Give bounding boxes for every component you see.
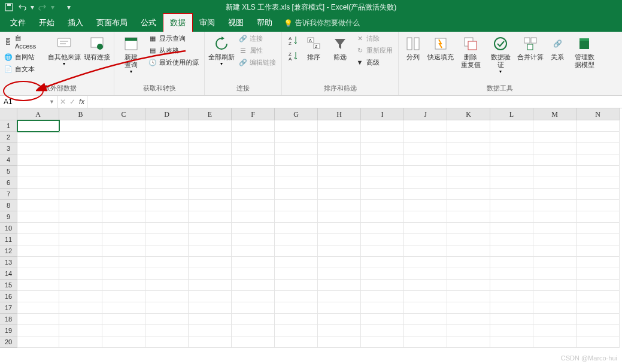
from-table-button[interactable]: ▤从表格 bbox=[147, 45, 202, 56]
cell-D16[interactable] bbox=[145, 291, 189, 302]
cell-K12[interactable] bbox=[447, 245, 490, 257]
cell-H4[interactable] bbox=[318, 154, 361, 166]
cell-D12[interactable] bbox=[145, 245, 189, 257]
cell-B7[interactable] bbox=[59, 189, 102, 200]
cell-K9[interactable] bbox=[447, 211, 490, 223]
cell-N6[interactable] bbox=[577, 177, 620, 189]
col-header-F[interactable]: F bbox=[232, 108, 275, 120]
cell-I3[interactable] bbox=[361, 143, 404, 154]
cell-F9[interactable] bbox=[232, 211, 275, 223]
cell-F20[interactable] bbox=[232, 336, 275, 348]
cell-L13[interactable] bbox=[490, 257, 533, 268]
cell-D1[interactable] bbox=[145, 120, 189, 132]
cell-E11[interactable] bbox=[189, 234, 232, 245]
cell-G9[interactable] bbox=[275, 211, 318, 223]
cell-I17[interactable] bbox=[361, 302, 404, 314]
cell-E6[interactable] bbox=[189, 177, 232, 189]
cell-H1[interactable] bbox=[318, 120, 361, 132]
cell-A16[interactable] bbox=[17, 291, 59, 302]
cell-N15[interactable] bbox=[577, 280, 620, 291]
cell-M2[interactable] bbox=[533, 132, 577, 143]
cell-D7[interactable] bbox=[145, 189, 189, 200]
cell-L15[interactable] bbox=[490, 280, 533, 291]
cell-K15[interactable] bbox=[447, 280, 490, 291]
cell-C6[interactable] bbox=[102, 177, 145, 189]
redo-icon[interactable] bbox=[37, 2, 48, 13]
cell-C2[interactable] bbox=[102, 132, 145, 143]
cell-L9[interactable] bbox=[490, 211, 533, 223]
cell-H5[interactable] bbox=[318, 166, 361, 177]
cell-M20[interactable] bbox=[533, 336, 577, 348]
cell-F11[interactable] bbox=[232, 234, 275, 245]
cell-G10[interactable] bbox=[275, 223, 318, 234]
cell-I16[interactable] bbox=[361, 291, 404, 302]
cell-J9[interactable] bbox=[404, 211, 447, 223]
cell-K18[interactable] bbox=[447, 314, 490, 325]
cell-A4[interactable] bbox=[17, 154, 59, 166]
cell-J15[interactable] bbox=[404, 280, 447, 291]
col-header-C[interactable]: C bbox=[102, 108, 145, 120]
cell-N17[interactable] bbox=[577, 302, 620, 314]
cell-G13[interactable] bbox=[275, 257, 318, 268]
cell-B2[interactable] bbox=[59, 132, 102, 143]
col-header-I[interactable]: I bbox=[361, 108, 404, 120]
cell-G12[interactable] bbox=[275, 245, 318, 257]
cell-J4[interactable] bbox=[404, 154, 447, 166]
cell-J6[interactable] bbox=[404, 177, 447, 189]
col-header-J[interactable]: J bbox=[404, 108, 447, 120]
row-header-13[interactable]: 13 bbox=[0, 257, 17, 268]
cell-F7[interactable] bbox=[232, 189, 275, 200]
from-access-button[interactable]: 🗄自 Access bbox=[2, 33, 45, 50]
cell-M3[interactable] bbox=[533, 143, 577, 154]
cell-L7[interactable] bbox=[490, 189, 533, 200]
cell-B9[interactable] bbox=[59, 211, 102, 223]
row-header-5[interactable]: 5 bbox=[0, 166, 17, 177]
cell-B6[interactable] bbox=[59, 177, 102, 189]
cell-D18[interactable] bbox=[145, 314, 189, 325]
cell-M14[interactable] bbox=[533, 268, 577, 280]
cell-N2[interactable] bbox=[577, 132, 620, 143]
data-model-button[interactable]: 管理数 据模型 bbox=[570, 33, 599, 71]
tell-me-search[interactable]: 💡 告诉我你想要做什么 bbox=[279, 14, 365, 32]
cell-N8[interactable] bbox=[577, 200, 620, 211]
cell-F6[interactable] bbox=[232, 177, 275, 189]
cell-C16[interactable] bbox=[102, 291, 145, 302]
consolidate-button[interactable]: 合并计算 bbox=[516, 33, 545, 63]
row-header-8[interactable]: 8 bbox=[0, 200, 17, 211]
tab-layout[interactable]: 页面布局 bbox=[90, 14, 134, 32]
cell-G15[interactable] bbox=[275, 280, 318, 291]
cell-D14[interactable] bbox=[145, 268, 189, 280]
cell-F4[interactable] bbox=[232, 154, 275, 166]
cell-K14[interactable] bbox=[447, 268, 490, 280]
cell-N18[interactable] bbox=[577, 314, 620, 325]
cell-H13[interactable] bbox=[318, 257, 361, 268]
cell-L16[interactable] bbox=[490, 291, 533, 302]
cell-J16[interactable] bbox=[404, 291, 447, 302]
cell-G2[interactable] bbox=[275, 132, 318, 143]
cell-E8[interactable] bbox=[189, 200, 232, 211]
cell-I18[interactable] bbox=[361, 314, 404, 325]
cell-G20[interactable] bbox=[275, 336, 318, 348]
name-box[interactable]: ▼ bbox=[0, 96, 57, 108]
cell-E17[interactable] bbox=[189, 302, 232, 314]
cell-F16[interactable] bbox=[232, 291, 275, 302]
remove-dup-button[interactable]: 删除 重复值 bbox=[456, 33, 485, 71]
cell-H2[interactable] bbox=[318, 132, 361, 143]
cell-H9[interactable] bbox=[318, 211, 361, 223]
cell-A20[interactable] bbox=[17, 336, 59, 348]
tab-review[interactable]: 审阅 bbox=[193, 14, 222, 32]
cell-M10[interactable] bbox=[533, 223, 577, 234]
cell-J10[interactable] bbox=[404, 223, 447, 234]
connections-button[interactable]: 🔗连接 bbox=[237, 33, 279, 44]
undo-icon[interactable] bbox=[17, 2, 28, 13]
row-header-12[interactable]: 12 bbox=[0, 245, 17, 257]
cell-F12[interactable] bbox=[232, 245, 275, 257]
cell-F1[interactable] bbox=[232, 120, 275, 132]
cell-I7[interactable] bbox=[361, 189, 404, 200]
cell-A9[interactable] bbox=[17, 211, 59, 223]
cell-H7[interactable] bbox=[318, 189, 361, 200]
cell-A15[interactable] bbox=[17, 280, 59, 291]
cell-D2[interactable] bbox=[145, 132, 189, 143]
cell-M5[interactable] bbox=[533, 166, 577, 177]
cell-I19[interactable] bbox=[361, 325, 404, 336]
